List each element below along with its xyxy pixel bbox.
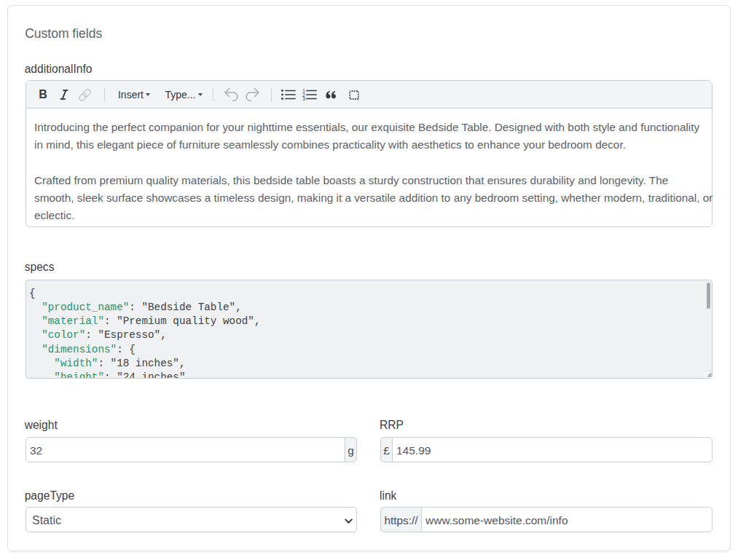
svg-text:3: 3	[302, 96, 305, 100]
